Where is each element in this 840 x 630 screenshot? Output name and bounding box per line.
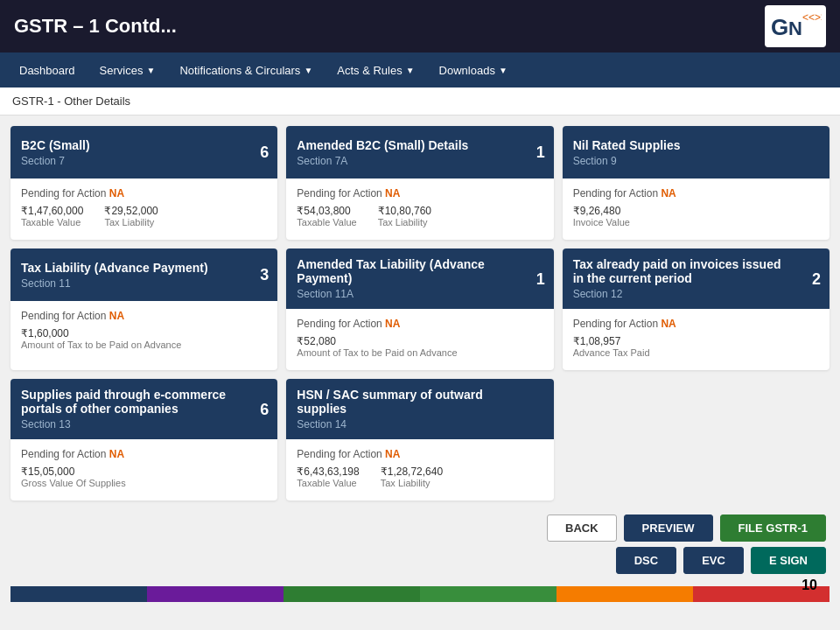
evc-button[interactable]: EVC: [683, 547, 744, 574]
value-item: ₹15,05,000 Gross Value Of Supplies: [21, 466, 126, 488]
value-item: ₹6,43,63,198 Taxable Value: [297, 466, 359, 488]
cards-row-1: B2C (Small) Section 7 6 Pending for Acti…: [10, 126, 830, 240]
pending-row: Pending for Action NA: [297, 318, 542, 330]
value-item: ₹9,26,480 Invoice Value: [573, 205, 630, 228]
card-section-hsn-sac: Section 14: [297, 418, 542, 430]
na-badge: NA: [385, 318, 400, 330]
value-item: ₹1,60,000 Amount of Tax to be Paid on Ad…: [21, 327, 181, 350]
na-badge: NA: [661, 318, 676, 330]
nav-acts-rules[interactable]: Acts & Rules ▼: [325, 52, 426, 88]
card-title-hsn-sac: HSN / SAC summary of outward supplies: [297, 388, 542, 416]
pending-row: Pending for Action NA: [297, 187, 542, 200]
footer-seg-4: [420, 586, 556, 602]
na-badge: NA: [109, 187, 124, 200]
card-number-tax-already-paid: 2: [812, 270, 821, 288]
values-row: ₹1,47,60,000 Taxable Value ₹29,52,000 Ta…: [21, 205, 267, 228]
chevron-down-icon: ▼: [304, 66, 312, 75]
card-header-tax-already-paid: Tax already paid on invoices issued in t…: [563, 248, 830, 309]
esign-button[interactable]: E SIGN: [751, 547, 826, 574]
value-item-2: ₹10,80,760 Tax Liability: [378, 205, 431, 228]
breadcrumb: GSTR-1 - Other Details: [0, 88, 840, 116]
card-title-ecommerce: Supplies paid through e-commerce portals…: [21, 388, 267, 416]
card-body-hsn-sac: Pending for Action NA ₹6,43,63,198 Taxab…: [286, 439, 553, 500]
footer-seg-2: [147, 586, 284, 602]
svg-text:<<>>: <<>>: [802, 11, 822, 24]
empty-card-placeholder: [563, 379, 830, 500]
value-item: ₹52,080 Amount of Tax to be Paid on Adva…: [297, 335, 457, 358]
card-body-amended-tax-liability: Pending for Action NA ₹52,080 Amount of …: [286, 309, 553, 370]
footer-seg-1: [10, 586, 147, 602]
card-header-ecommerce: Supplies paid through e-commerce portals…: [10, 379, 277, 439]
card-title-b2c-small: B2C (Small): [21, 138, 267, 152]
card-body-tax-liability: Pending for Action NA ₹1,60,000 Amount o…: [10, 301, 277, 362]
nav-notifications[interactable]: Notifications & Circulars ▼: [167, 52, 325, 88]
preview-button[interactable]: PREVIEW: [624, 514, 713, 542]
card-body-tax-already-paid: Pending for Action NA ₹1,08,957 Advance …: [563, 309, 830, 370]
bottom-area: BACK PREVIEW FILE GSTR-1 DSC EVC E SIGN …: [10, 514, 830, 602]
card-tax-already-paid: Tax already paid on invoices issued in t…: [563, 248, 830, 370]
values-row: ₹15,05,000 Gross Value Of Supplies: [21, 466, 267, 488]
footer-seg-5: [556, 586, 693, 602]
na-badge: NA: [385, 448, 400, 460]
value-item-2: ₹1,28,72,640 Tax Liability: [381, 466, 443, 488]
values-row: ₹9,26,480 Invoice Value: [573, 205, 819, 228]
card-header-amended-tax-liability: Amended Tax Liability (Advance Payment) …: [286, 248, 553, 309]
nav-services[interactable]: Services ▼: [88, 52, 168, 88]
card-section-amended-b2c: Section 7A: [297, 155, 542, 167]
card-section-ecommerce: Section 13: [21, 418, 267, 430]
card-header-hsn-sac: HSN / SAC summary of outward supplies Se…: [286, 379, 553, 439]
pending-row: Pending for Action NA: [21, 310, 267, 322]
back-button[interactable]: BACK: [547, 514, 617, 542]
na-badge: NA: [385, 187, 400, 200]
main-content: B2C (Small) Section 7 6 Pending for Acti…: [0, 116, 840, 612]
footer-seg-3: [284, 586, 420, 602]
cards-row-2: Tax Liability (Advance Payment) Section …: [10, 248, 830, 370]
card-title-nil-rated: Nil Rated Supplies: [573, 138, 819, 152]
card-title-tax-liability: Tax Liability (Advance Payment): [21, 261, 267, 275]
na-badge: NA: [109, 448, 124, 460]
values-row: ₹52,080 Amount of Tax to be Paid on Adva…: [297, 335, 542, 358]
navbar: Dashboard Services ▼ Notifications & Cir…: [0, 52, 840, 88]
file-gstr-button[interactable]: FILE GSTR-1: [720, 514, 826, 542]
card-number-ecommerce: 6: [260, 400, 269, 418]
card-nil-rated: Nil Rated Supplies Section 9 Pending for…: [563, 126, 830, 240]
card-body-b2c-small: Pending for Action NA ₹1,47,60,000 Taxab…: [10, 178, 277, 240]
action-buttons-row2: DSC EVC E SIGN: [10, 547, 830, 574]
page-number: 10: [802, 578, 817, 593]
card-amended-tax-liability: Amended Tax Liability (Advance Payment) …: [286, 248, 553, 370]
values-row: ₹1,08,957 Advance Tax Paid: [573, 335, 819, 358]
dsc-button[interactable]: DSC: [616, 547, 676, 574]
card-amended-b2c-small: Amended B2C (Small) Details Section 7A 1…: [286, 126, 553, 240]
nav-downloads[interactable]: Downloads ▼: [427, 52, 520, 88]
action-buttons-row1: BACK PREVIEW FILE GSTR-1: [10, 514, 830, 542]
values-row: ₹54,03,800 Taxable Value ₹10,80,760 Tax …: [297, 205, 542, 228]
card-number-amended-tax-liability: 1: [536, 270, 545, 288]
card-section-tax-liability: Section 11: [21, 277, 267, 290]
values-row: ₹6,43,63,198 Taxable Value ₹1,28,72,640 …: [297, 466, 542, 488]
pending-row: Pending for Action NA: [573, 187, 819, 200]
pending-row: Pending for Action NA: [297, 448, 542, 460]
page-header: GSTR – 1 Contd... G N <<>>: [0, 0, 840, 52]
card-section-b2c-small: Section 7: [21, 155, 267, 167]
card-body-nil-rated: Pending for Action NA ₹9,26,480 Invoice …: [563, 178, 830, 240]
value-item-2: ₹29,52,000 Tax Liability: [104, 205, 158, 228]
card-title-tax-already-paid: Tax already paid on invoices issued in t…: [573, 257, 819, 285]
cards-row-3: Supplies paid through e-commerce portals…: [10, 379, 830, 500]
card-header-b2c-small: B2C (Small) Section 7 6: [10, 126, 277, 178]
value-item: ₹54,03,800 Taxable Value: [297, 205, 356, 228]
card-number-amended-b2c: 1: [536, 144, 545, 162]
card-body-amended-b2c: Pending for Action NA ₹54,03,800 Taxable…: [286, 178, 553, 240]
value-item: ₹1,47,60,000 Taxable Value: [21, 205, 83, 228]
card-hsn-sac: HSN / SAC summary of outward supplies Se…: [286, 379, 553, 500]
card-ecommerce-supplies: Supplies paid through e-commerce portals…: [10, 379, 277, 500]
footer-color-bar: [10, 586, 830, 602]
card-tax-liability-advance: Tax Liability (Advance Payment) Section …: [10, 248, 277, 370]
pending-row: Pending for Action NA: [21, 187, 267, 200]
card-section-nil-rated: Section 9: [573, 155, 819, 167]
page-title: GSTR – 1 Contd...: [14, 15, 177, 38]
card-title-amended-b2c: Amended B2C (Small) Details: [297, 138, 542, 152]
chevron-down-icon: ▼: [406, 66, 415, 75]
card-header-nil-rated: Nil Rated Supplies Section 9: [563, 126, 830, 178]
card-body-ecommerce: Pending for Action NA ₹15,05,000 Gross V…: [10, 439, 277, 500]
nav-dashboard[interactable]: Dashboard: [7, 52, 88, 88]
